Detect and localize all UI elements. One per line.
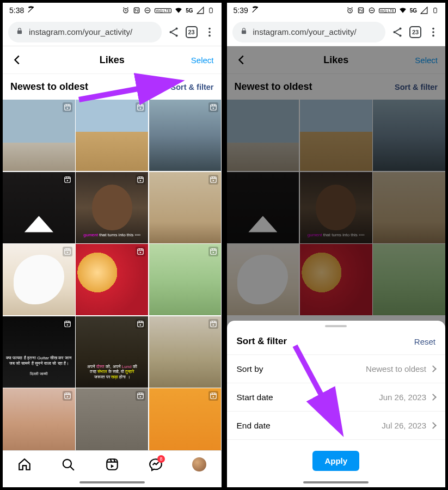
grid-item[interactable]: क्या फायदा है इतना Guitar सीख कर जानजब ज… xyxy=(3,316,75,388)
screenshot-right: 5:39 Vo)) LTE 5G instagram.com/your_acti… xyxy=(224,0,449,490)
sort-bar: Newest to oldest Sort & filter xyxy=(3,74,222,100)
network-label: 5G xyxy=(410,8,417,14)
url-field[interactable]: instagram.com/your_activity/ xyxy=(8,22,162,42)
share-icon[interactable] xyxy=(167,26,180,39)
reel-icon xyxy=(136,319,145,329)
browser-address-bar: instagram.com/your_activity/ 23 xyxy=(227,18,446,46)
chevron-right-icon xyxy=(429,365,437,372)
reel-icon xyxy=(208,102,218,112)
row-value: Jun 26, 2023 xyxy=(379,393,426,402)
chevron-right-icon xyxy=(429,394,437,401)
sheet-title: Sort & filter xyxy=(237,336,287,347)
more-icon[interactable] xyxy=(203,26,216,39)
android-status-bar: 5:38 Vo)) LTE 5G xyxy=(3,3,222,18)
grid-item[interactable] xyxy=(3,100,75,171)
tab-switcher[interactable]: 23 xyxy=(409,26,421,38)
svg-rect-24 xyxy=(138,321,144,327)
screenshot-left: 5:38 Vo)) LTE 5G instagram.com/your_acti… xyxy=(0,0,224,490)
grid-item[interactable] xyxy=(149,172,222,243)
svg-point-12 xyxy=(208,31,211,33)
svg-rect-18 xyxy=(138,176,144,182)
svg-rect-21 xyxy=(138,249,144,255)
svg-point-29 xyxy=(63,459,71,467)
dnd-icon xyxy=(144,7,151,14)
nav-messenger[interactable]: 8 xyxy=(149,457,163,471)
tab-switcher[interactable]: 23 xyxy=(186,26,198,38)
reel-icon xyxy=(63,391,72,401)
svg-rect-6 xyxy=(211,8,212,8)
grid-item[interactable] xyxy=(3,244,75,315)
svg-point-44 xyxy=(432,27,434,29)
reel-icon xyxy=(63,247,72,256)
wifi-icon xyxy=(399,7,407,14)
phone-off-icon xyxy=(251,6,259,15)
caption-overlay: gument that turns into this ›››› xyxy=(79,232,145,238)
row-label: End date xyxy=(237,421,271,431)
reel-icon xyxy=(208,319,218,329)
battery-icon xyxy=(207,7,215,14)
svg-point-46 xyxy=(432,34,434,36)
grid-item[interactable] xyxy=(149,244,222,315)
grid-item[interactable] xyxy=(3,172,75,243)
browser-address-bar: instagram.com/your_activity/ 23 xyxy=(3,18,222,46)
reset-link[interactable]: Reset xyxy=(414,337,435,346)
liked-posts-grid: gument that turns into this ›››› क्या फा… xyxy=(3,100,222,450)
share-icon[interactable] xyxy=(391,26,404,39)
reel-icon xyxy=(63,102,72,112)
start-date-row[interactable]: Start date Jun 26, 2023 xyxy=(227,383,446,411)
grid-item[interactable]: अपने दोस्त को, अपने Lund कीतरह संभाल के … xyxy=(76,316,148,388)
wifi-icon xyxy=(175,7,182,14)
sort-filter-link[interactable]: Sort & filter xyxy=(171,83,214,91)
grid-item[interactable] xyxy=(76,388,148,450)
svg-rect-38 xyxy=(433,8,437,13)
nfc-icon xyxy=(133,7,140,14)
svg-rect-23 xyxy=(65,321,71,327)
row-label: Sort by xyxy=(237,364,263,374)
back-button[interactable] xyxy=(10,53,24,67)
reel-icon xyxy=(208,391,218,401)
grid-item[interactable]: FATTI G##ND xyxy=(149,388,222,450)
reel-icon xyxy=(136,102,145,112)
sort-by-row[interactable]: Sort by Newest to oldest xyxy=(227,354,446,383)
end-date-row[interactable]: End date Jul 26, 2023 xyxy=(227,411,446,439)
android-status-bar: 5:39 Vo)) LTE 5G xyxy=(227,3,446,18)
svg-rect-17 xyxy=(65,176,71,182)
grid-item[interactable] xyxy=(149,100,222,171)
svg-rect-20 xyxy=(65,249,71,255)
nav-search[interactable] xyxy=(61,457,75,471)
select-link[interactable]: Select xyxy=(191,56,214,65)
volte-icon: Vo)) LTE xyxy=(379,8,396,13)
nav-home[interactable] xyxy=(17,457,32,471)
svg-point-45 xyxy=(432,31,434,33)
reel-icon xyxy=(136,391,145,401)
nav-profile[interactable] xyxy=(192,457,206,471)
svg-rect-15 xyxy=(138,105,144,111)
nfc-icon xyxy=(357,7,365,14)
instagram-bottom-nav: 8 xyxy=(3,450,222,477)
caption-overlay: अपने दोस्त को, अपने Lund कीतरह संभाल के … xyxy=(79,364,145,380)
alarm-icon xyxy=(122,7,130,14)
grid-item[interactable] xyxy=(76,100,148,171)
svg-rect-22 xyxy=(211,249,217,255)
svg-rect-25 xyxy=(211,321,217,327)
nav-reels[interactable] xyxy=(105,457,119,471)
svg-rect-14 xyxy=(65,105,71,111)
caption-overlay: क्या फायदा है इतना Guitar सीख कर जानजब ज… xyxy=(6,356,72,376)
url-field[interactable]: instagram.com/your_activity/ xyxy=(232,22,386,42)
phone-off-icon xyxy=(27,6,35,15)
signal-icon xyxy=(197,7,204,14)
grid-item[interactable] xyxy=(3,388,75,450)
apply-button[interactable]: Apply xyxy=(312,451,359,471)
grid-item[interactable] xyxy=(76,244,148,315)
sheet-handle[interactable] xyxy=(325,325,347,327)
reel-icon xyxy=(208,247,218,256)
grid-item[interactable] xyxy=(149,316,222,388)
page-title: Likes xyxy=(3,54,222,66)
grid-item[interactable]: gument that turns into this ›››› xyxy=(76,172,148,243)
chevron-right-icon xyxy=(429,422,437,429)
svg-rect-26 xyxy=(65,393,71,399)
svg-rect-39 xyxy=(434,8,435,8)
more-icon[interactable] xyxy=(427,26,440,39)
row-label: Start date xyxy=(237,393,273,402)
url-text: instagram.com/your_activity/ xyxy=(253,27,357,36)
